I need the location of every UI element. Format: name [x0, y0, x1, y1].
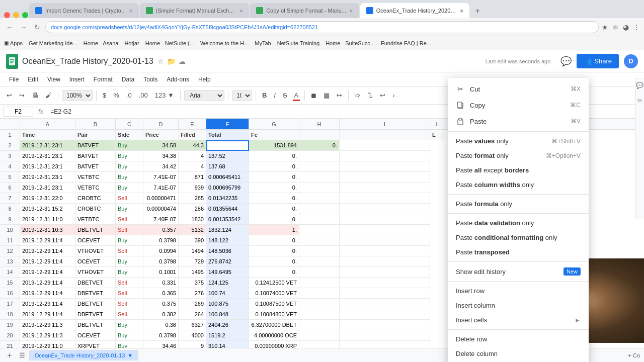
- cell-a9[interactable]: 2019-12-31 11:0: [20, 214, 75, 225]
- cell-e14[interactable]: 1495: [179, 267, 206, 278]
- comment-icon[interactable]: 💬: [560, 56, 572, 67]
- cell-e16[interactable]: 276: [179, 288, 206, 299]
- cell-i18[interactable]: [340, 309, 430, 320]
- col-header-i[interactable]: I: [340, 119, 430, 129]
- cell-d18[interactable]: 0.382: [143, 309, 179, 320]
- ctx-paste-data-validation[interactable]: Paste data validation only: [448, 216, 589, 230]
- col-header-f[interactable]: F: [206, 119, 249, 129]
- cell-f16[interactable]: 100.74: [206, 288, 249, 299]
- cell-c19[interactable]: Buy: [116, 320, 143, 330]
- cell-d4[interactable]: 34.42: [143, 161, 179, 172]
- cell-g18[interactable]: 0.10084800 VET: [249, 309, 299, 320]
- align-button[interactable]: ⇨: [352, 90, 363, 101]
- cell-f9[interactable]: 0.001353542: [206, 214, 249, 225]
- ctx-paste-except-borders[interactable]: Paste all except borders: [448, 163, 589, 177]
- cell-c1[interactable]: Side: [116, 130, 143, 140]
- cell-c20[interactable]: Buy: [116, 330, 143, 341]
- row-header-19[interactable]: 19: [0, 320, 20, 330]
- cell-g19[interactable]: 6.32700000 DBET: [249, 320, 299, 330]
- ctx-paste-values[interactable]: Paste values only ⌘+Shift+V: [448, 134, 589, 148]
- cell-e2[interactable]: 44.3: [179, 140, 206, 151]
- cell-f10[interactable]: 1832.124: [206, 225, 249, 235]
- explore-button[interactable]: + Co: [628, 352, 640, 358]
- right-panel-pencil-icon[interactable]: ✏: [637, 97, 642, 104]
- cell-a2[interactable]: 2019-12-31 23:1: [20, 140, 75, 151]
- ctx-copy[interactable]: Copy ⌘C: [448, 97, 589, 113]
- cell-d12[interactable]: 0.0994: [143, 246, 179, 256]
- cell-b18[interactable]: DBETVET: [75, 309, 116, 320]
- cell-h20[interactable]: [299, 330, 340, 341]
- cell-e9[interactable]: 1830: [179, 214, 206, 225]
- cell-f17[interactable]: 100.875: [206, 299, 249, 309]
- cell-d9[interactable]: 7.40E-07: [143, 214, 179, 225]
- cell-a3[interactable]: 2019-12-31 23:1: [20, 151, 75, 161]
- cell-b7[interactable]: CROBTC: [75, 193, 116, 204]
- col-header-h[interactable]: H: [299, 119, 340, 129]
- cell-h6[interactable]: [299, 183, 340, 193]
- cell-b16[interactable]: DBETVET: [75, 288, 116, 299]
- row-header-16[interactable]: 16: [0, 288, 20, 299]
- bookmark-star-icon[interactable]: ★: [602, 23, 608, 31]
- cell-f19[interactable]: 2404.26: [206, 320, 249, 330]
- ctx-show-edit-history[interactable]: Show edit history New: [448, 264, 589, 279]
- cell-e20[interactable]: 4000: [179, 330, 206, 341]
- cell-b1[interactable]: Pair: [75, 130, 116, 140]
- cell-a10[interactable]: 2019-12-31 10:3: [20, 225, 75, 235]
- cloud-icon[interactable]: ☁: [179, 57, 186, 65]
- menu-view[interactable]: View: [43, 74, 64, 84]
- ctx-cut[interactable]: ✂ Cut ⌘X: [448, 81, 589, 97]
- row-header-14[interactable]: 14: [0, 267, 20, 278]
- menu-help[interactable]: Help: [194, 74, 215, 84]
- cell-a14[interactable]: 2019-12-29 11:4: [20, 267, 75, 278]
- back-button[interactable]: ←: [4, 22, 15, 32]
- cell-i3[interactable]: [340, 151, 430, 161]
- cell-f18[interactable]: 100.848: [206, 309, 249, 320]
- italic-button[interactable]: I: [271, 90, 278, 101]
- cell-a8[interactable]: 2019-12-31 15:2: [20, 204, 75, 214]
- cell-f21[interactable]: 310.14: [206, 341, 249, 348]
- cell-d16[interactable]: 0.365: [143, 288, 179, 299]
- cell-f12[interactable]: 148.5036: [206, 246, 249, 256]
- cell-e4[interactable]: 4: [179, 161, 206, 172]
- wrap-button[interactable]: ↩: [377, 90, 388, 101]
- bookmark-9[interactable]: Fundrise FAQ | Re...: [381, 40, 431, 46]
- new-tab-button[interactable]: +: [470, 4, 485, 18]
- ctx-paste-formula[interactable]: Paste formula only: [448, 197, 589, 211]
- row-header-11[interactable]: 11: [0, 235, 20, 246]
- cell-a1[interactable]: Time: [20, 130, 75, 140]
- row-header-4[interactable]: 4: [0, 161, 20, 172]
- ctx-paste[interactable]: Paste ⌘V: [448, 113, 589, 129]
- cell-h19[interactable]: [299, 320, 340, 330]
- decimal-increase-button[interactable]: .00: [136, 90, 150, 101]
- cell-g9[interactable]: 0.: [249, 214, 299, 225]
- bookmark-5[interactable]: Welcome to the H...: [200, 40, 249, 46]
- more-formats-button[interactable]: 123 ▼: [152, 90, 177, 101]
- ctx-insert-cells[interactable]: Insert cells ►: [448, 313, 589, 327]
- cell-g13[interactable]: 0.: [249, 256, 299, 267]
- grid-corner[interactable]: [0, 119, 20, 129]
- cell-e19[interactable]: 6327: [179, 320, 206, 330]
- menu-file[interactable]: File: [5, 74, 23, 84]
- cell-e6[interactable]: 939: [179, 183, 206, 193]
- tab-close-1[interactable]: ×: [129, 7, 133, 15]
- cell-f2[interactable]: [206, 140, 249, 151]
- row-header-5[interactable]: 5: [0, 172, 20, 183]
- cell-e12[interactable]: 1494: [179, 246, 206, 256]
- menu-insert[interactable]: Insert: [65, 74, 89, 84]
- cell-h17[interactable]: [299, 299, 340, 309]
- cell-h7[interactable]: [299, 193, 340, 204]
- cell-a19[interactable]: 2019-12-29 11:3: [20, 320, 75, 330]
- cell-g7[interactable]: 0.: [249, 193, 299, 204]
- row-header-18[interactable]: 18: [0, 309, 20, 320]
- cell-c13[interactable]: Buy: [116, 256, 143, 267]
- cell-i20[interactable]: [340, 330, 430, 341]
- cell-b13[interactable]: OCEVET: [75, 256, 116, 267]
- cell-c15[interactable]: Sell: [116, 278, 143, 288]
- cell-c2[interactable]: Buy: [116, 140, 143, 151]
- cell-b3[interactable]: BATVET: [75, 151, 116, 161]
- valign-button[interactable]: ⇅: [365, 90, 375, 101]
- menu-tools[interactable]: Tools: [139, 74, 162, 84]
- row-header-7[interactable]: 7: [0, 193, 20, 204]
- cell-c10[interactable]: Sell: [116, 225, 143, 235]
- cell-f14[interactable]: 149.6495: [206, 267, 249, 278]
